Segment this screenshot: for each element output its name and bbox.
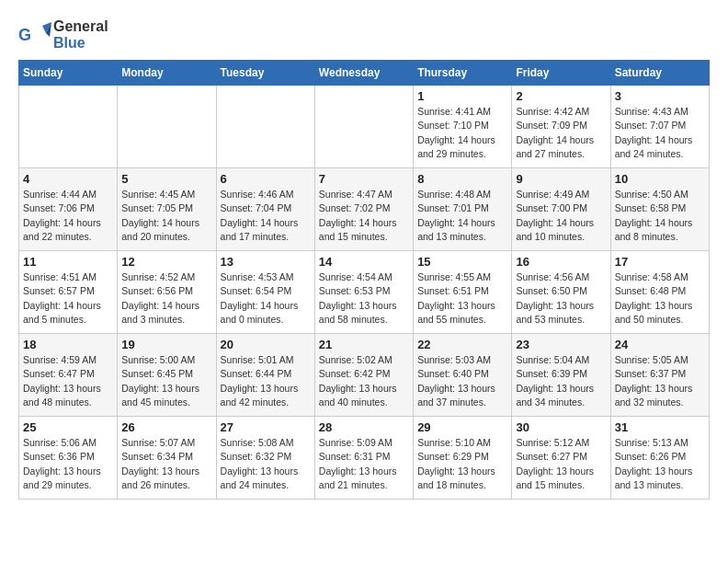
- day-detail: Sunrise: 5:04 AMSunset: 6:39 PMDaylight:…: [516, 354, 594, 408]
- calendar-cell: 2Sunrise: 4:42 AMSunset: 7:09 PMDaylight…: [512, 86, 610, 168]
- calendar-cell: 12Sunrise: 4:52 AMSunset: 6:56 PMDayligh…: [118, 251, 216, 334]
- day-number: 3: [615, 89, 705, 103]
- day-number: 25: [23, 420, 113, 434]
- weekday-header-thursday: Thursday: [414, 61, 512, 86]
- calendar-cell: 1Sunrise: 4:41 AMSunset: 7:10 PMDaylight…: [414, 86, 512, 168]
- day-number: 30: [516, 420, 606, 434]
- calendar-cell: 31Sunrise: 5:13 AMSunset: 6:26 PMDayligh…: [610, 417, 709, 500]
- day-number: 10: [615, 172, 705, 186]
- logo: G General Blue: [18, 18, 108, 51]
- day-number: 16: [516, 255, 606, 269]
- day-number: 5: [121, 172, 211, 186]
- day-detail: Sunrise: 4:58 AMSunset: 6:48 PMDaylight:…: [615, 271, 693, 325]
- calendar-cell: 7Sunrise: 4:47 AMSunset: 7:02 PMDaylight…: [314, 168, 413, 251]
- calendar-cell: 9Sunrise: 4:49 AMSunset: 7:00 PMDaylight…: [512, 168, 610, 251]
- day-detail: Sunrise: 4:52 AMSunset: 6:56 PMDaylight:…: [121, 271, 199, 325]
- calendar-week-4: 18Sunrise: 4:59 AMSunset: 6:47 PMDayligh…: [19, 334, 710, 417]
- day-detail: Sunrise: 4:56 AMSunset: 6:50 PMDaylight:…: [516, 271, 594, 325]
- day-number: 8: [417, 172, 507, 186]
- day-number: 15: [417, 255, 507, 269]
- day-number: 28: [319, 420, 409, 434]
- day-detail: Sunrise: 5:06 AMSunset: 6:36 PMDaylight:…: [23, 437, 101, 490]
- svg-text:G: G: [18, 26, 31, 44]
- day-number: 18: [23, 338, 113, 351]
- weekday-header-tuesday: Tuesday: [216, 61, 314, 86]
- calendar-cell: 27Sunrise: 5:08 AMSunset: 6:32 PMDayligh…: [216, 417, 314, 500]
- day-detail: Sunrise: 4:59 AMSunset: 6:47 PMDaylight:…: [23, 354, 101, 408]
- day-detail: Sunrise: 4:42 AMSunset: 7:09 PMDaylight:…: [516, 106, 594, 159]
- day-number: 21: [319, 338, 409, 351]
- logo-symbol-icon: G: [18, 22, 51, 48]
- day-number: 7: [319, 172, 409, 186]
- day-number: 19: [121, 338, 211, 351]
- day-number: 4: [23, 172, 113, 186]
- day-detail: Sunrise: 5:03 AMSunset: 6:40 PMDaylight:…: [417, 354, 495, 408]
- calendar-cell: 18Sunrise: 4:59 AMSunset: 6:47 PMDayligh…: [19, 334, 118, 417]
- calendar-cell: 15Sunrise: 4:55 AMSunset: 6:51 PMDayligh…: [414, 251, 512, 334]
- calendar-cell: 24Sunrise: 5:05 AMSunset: 6:37 PMDayligh…: [610, 334, 709, 417]
- day-detail: Sunrise: 4:53 AMSunset: 6:54 PMDaylight:…: [221, 271, 299, 325]
- calendar-cell: 20Sunrise: 5:01 AMSunset: 6:44 PMDayligh…: [216, 334, 314, 417]
- calendar-cell: 28Sunrise: 5:09 AMSunset: 6:31 PMDayligh…: [314, 417, 413, 500]
- day-detail: Sunrise: 4:51 AMSunset: 6:57 PMDaylight:…: [23, 271, 101, 325]
- weekday-header-sunday: Sunday: [19, 61, 118, 86]
- day-number: 12: [121, 255, 211, 269]
- day-number: 6: [221, 172, 311, 186]
- calendar-cell: [216, 86, 314, 168]
- day-detail: Sunrise: 4:54 AMSunset: 6:53 PMDaylight:…: [319, 271, 397, 325]
- weekday-header-saturday: Saturday: [610, 61, 709, 86]
- day-detail: Sunrise: 4:50 AMSunset: 6:58 PMDaylight:…: [615, 189, 693, 242]
- day-number: 11: [23, 255, 113, 269]
- calendar-cell: 8Sunrise: 4:48 AMSunset: 7:01 PMDaylight…: [414, 168, 512, 251]
- calendar-cell: 29Sunrise: 5:10 AMSunset: 6:29 PMDayligh…: [414, 417, 512, 500]
- day-detail: Sunrise: 4:48 AMSunset: 7:01 PMDaylight:…: [417, 189, 495, 242]
- day-number: 20: [221, 338, 311, 351]
- day-detail: Sunrise: 4:41 AMSunset: 7:10 PMDaylight:…: [417, 106, 495, 159]
- calendar-cell: 30Sunrise: 5:12 AMSunset: 6:27 PMDayligh…: [512, 417, 610, 500]
- day-number: 14: [319, 255, 409, 269]
- calendar-cell: 3Sunrise: 4:43 AMSunset: 7:07 PMDaylight…: [610, 86, 709, 168]
- day-number: 13: [221, 255, 311, 269]
- day-detail: Sunrise: 4:43 AMSunset: 7:07 PMDaylight:…: [615, 106, 693, 159]
- weekday-header-row: SundayMondayTuesdayWednesdayThursdayFrid…: [19, 61, 710, 86]
- day-detail: Sunrise: 4:46 AMSunset: 7:04 PMDaylight:…: [221, 189, 299, 242]
- calendar-cell: 26Sunrise: 5:07 AMSunset: 6:34 PMDayligh…: [118, 417, 216, 500]
- day-detail: Sunrise: 5:05 AMSunset: 6:37 PMDaylight:…: [615, 354, 693, 408]
- calendar-cell: 22Sunrise: 5:03 AMSunset: 6:40 PMDayligh…: [414, 334, 512, 417]
- calendar-week-3: 11Sunrise: 4:51 AMSunset: 6:57 PMDayligh…: [19, 251, 710, 334]
- day-number: 29: [417, 420, 507, 434]
- day-number: 31: [615, 420, 705, 434]
- calendar-cell: 5Sunrise: 4:45 AMSunset: 7:05 PMDaylight…: [118, 168, 216, 251]
- day-number: 2: [516, 89, 606, 103]
- day-number: 27: [221, 420, 311, 434]
- day-detail: Sunrise: 4:45 AMSunset: 7:05 PMDaylight:…: [121, 189, 199, 242]
- calendar-table: SundayMondayTuesdayWednesdayThursdayFrid…: [18, 60, 710, 500]
- day-detail: Sunrise: 5:10 AMSunset: 6:29 PMDaylight:…: [417, 437, 495, 490]
- calendar-cell: 13Sunrise: 4:53 AMSunset: 6:54 PMDayligh…: [216, 251, 314, 334]
- calendar-cell: 19Sunrise: 5:00 AMSunset: 6:45 PMDayligh…: [118, 334, 216, 417]
- day-detail: Sunrise: 5:02 AMSunset: 6:42 PMDaylight:…: [319, 354, 397, 408]
- day-detail: Sunrise: 5:08 AMSunset: 6:32 PMDaylight:…: [221, 437, 299, 490]
- day-number: 17: [615, 255, 705, 269]
- day-number: 22: [417, 338, 507, 351]
- calendar-cell: 21Sunrise: 5:02 AMSunset: 6:42 PMDayligh…: [314, 334, 413, 417]
- day-detail: Sunrise: 5:13 AMSunset: 6:26 PMDaylight:…: [615, 437, 693, 490]
- day-detail: Sunrise: 5:12 AMSunset: 6:27 PMDaylight:…: [516, 437, 594, 490]
- day-number: 1: [417, 89, 507, 103]
- calendar-cell: 16Sunrise: 4:56 AMSunset: 6:50 PMDayligh…: [512, 251, 610, 334]
- calendar-cell: 17Sunrise: 4:58 AMSunset: 6:48 PMDayligh…: [610, 251, 709, 334]
- day-detail: Sunrise: 5:07 AMSunset: 6:34 PMDaylight:…: [121, 437, 199, 490]
- calendar-cell: 4Sunrise: 4:44 AMSunset: 7:06 PMDaylight…: [19, 168, 118, 251]
- logo-general-text: General: [53, 18, 108, 35]
- weekday-header-friday: Friday: [512, 61, 610, 86]
- calendar-week-5: 25Sunrise: 5:06 AMSunset: 6:36 PMDayligh…: [19, 417, 710, 500]
- calendar-cell: 23Sunrise: 5:04 AMSunset: 6:39 PMDayligh…: [512, 334, 610, 417]
- day-number: 23: [516, 338, 606, 351]
- calendar-cell: [118, 86, 216, 168]
- calendar-cell: 14Sunrise: 4:54 AMSunset: 6:53 PMDayligh…: [314, 251, 413, 334]
- day-detail: Sunrise: 5:00 AMSunset: 6:45 PMDaylight:…: [121, 354, 199, 408]
- page-header: G General Blue: [18, 18, 710, 51]
- calendar-cell: [314, 86, 413, 168]
- logo-blue-text: Blue: [53, 35, 108, 52]
- calendar-week-1: 1Sunrise: 4:41 AMSunset: 7:10 PMDaylight…: [19, 86, 710, 168]
